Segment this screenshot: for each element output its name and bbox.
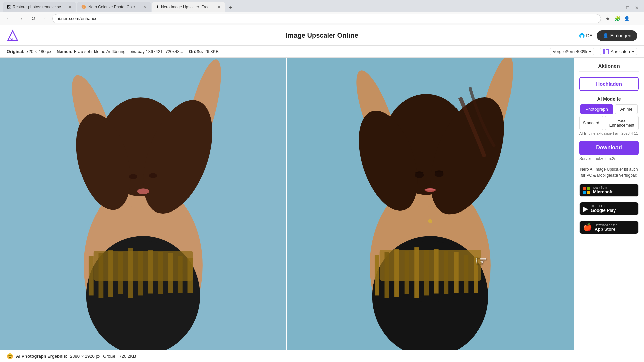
tab-3-close[interactable]: ✕ xyxy=(217,4,221,10)
language-button[interactable]: 🌐 DE xyxy=(579,33,592,38)
tab-2-title: Nero Colorize Photo–Colorize Yo... xyxy=(88,5,140,9)
name-value: Frau sehr kleine Auflösung - pixabay 186… xyxy=(74,49,183,54)
svg-point-11 xyxy=(149,173,157,178)
sidebar: Aktionen Hochladen AI Modelle Photograph… xyxy=(574,58,644,350)
split-view-icon xyxy=(603,49,609,54)
ai-models-title: AI Modelle xyxy=(579,96,639,102)
standard-button[interactable]: Standard xyxy=(579,116,603,130)
tab-1-close[interactable]: ✕ xyxy=(68,4,72,10)
google-play-large-text: Google Play xyxy=(591,208,616,213)
app-store-small-text: Download on the xyxy=(595,223,618,227)
zoom-control[interactable]: Vergrößern 400% ▾ xyxy=(550,48,594,55)
maximize-button[interactable]: □ xyxy=(623,3,632,12)
tab-2[interactable]: 🎨 Nero Colorize Photo–Colorize Yo... ✕ xyxy=(77,2,151,12)
tab-2-favicon: 🎨 xyxy=(81,5,86,9)
bookmark-icon[interactable]: ★ xyxy=(604,15,612,23)
size-value: 26.3KB xyxy=(204,49,219,54)
extensions-icon[interactable]: 🧩 xyxy=(613,15,621,23)
app-availability-section: Nero AI Image Upscaler ist auch für PC &… xyxy=(579,166,639,178)
photograph-model-button[interactable]: Photograph xyxy=(580,104,613,114)
settings-icon[interactable]: ⋮ xyxy=(632,15,640,23)
svg-rect-41 xyxy=(375,255,379,295)
tab-1[interactable]: 🖼 Restore photos: remove scratc... ✕ xyxy=(3,2,76,12)
app-store-button[interactable]: 🍎 Download on the App Store xyxy=(579,221,639,234)
svg-rect-17 xyxy=(98,253,103,298)
app-header: AI Image Upscaler Online 🌐 DE 👤 Einlogge… xyxy=(0,25,644,46)
svg-rect-23 xyxy=(158,252,163,294)
svg-rect-44 xyxy=(405,251,409,294)
status-size-value: 720.2KB xyxy=(119,354,136,359)
model-buttons-group: Photograph Anime xyxy=(579,104,639,114)
google-play-button[interactable]: ▶ GET IT ON Google Play xyxy=(579,202,639,215)
size-info: Größe: 26.3KB xyxy=(189,49,219,54)
original-value: 720 × 480 px xyxy=(26,49,51,54)
navigation-bar: ← → ↻ ⌂ ai.nero.com/enhance ★ 🧩 👤 ⋮ xyxy=(0,12,644,25)
svg-marker-0 xyxy=(8,31,18,40)
view-label: Ansichten xyxy=(611,49,630,54)
google-play-small-text: GET IT ON xyxy=(591,204,616,208)
app-store-text: Download on the App Store xyxy=(595,223,618,232)
download-button[interactable]: Download xyxy=(579,141,639,155)
microsoft-store-small-text: Get it from xyxy=(593,186,613,189)
forward-button[interactable]: → xyxy=(16,14,25,23)
upload-button[interactable]: Hochladen xyxy=(579,77,639,91)
svg-rect-46 xyxy=(424,250,429,295)
image-split-view: ☞ xyxy=(0,58,574,350)
original-info: Original: 720 × 480 px xyxy=(7,49,51,54)
upscaled-image-svg: ☞ xyxy=(287,58,574,350)
upscaled-image-panel: ☞ xyxy=(287,58,574,350)
face-enhancement-button[interactable]: Face Enhancement xyxy=(605,116,639,130)
availability-text: Nero AI Image Upscaler ist auch für PC &… xyxy=(579,166,639,178)
tab-3-favicon: ⬆ xyxy=(156,5,159,9)
ai-engine-text: AI-Engine aktualisiert am 2023-4-11 xyxy=(579,131,639,135)
svg-text:☞: ☞ xyxy=(475,253,487,269)
anime-model-button[interactable]: Anime xyxy=(615,104,638,114)
svg-point-12 xyxy=(137,188,149,194)
original-image-svg xyxy=(0,58,286,350)
app-store-large-text: App Store xyxy=(595,227,618,232)
svg-rect-25 xyxy=(178,256,183,293)
svg-rect-21 xyxy=(138,251,143,295)
apple-icon: 🍎 xyxy=(583,223,592,232)
google-play-icon: ▶ xyxy=(583,205,588,213)
info-bar: Original: 720 × 480 px Namen: Frau sehr … xyxy=(0,46,644,58)
lang-label: DE xyxy=(586,33,592,38)
svg-rect-20 xyxy=(128,248,133,298)
tab-1-title: Restore photos: remove scratc... xyxy=(13,5,66,9)
microsoft-icon xyxy=(583,187,590,194)
svg-rect-24 xyxy=(168,253,173,293)
globe-icon: 🌐 xyxy=(579,33,585,38)
microsoft-store-text: Get it from Microsoft xyxy=(593,186,613,194)
header-right: 🌐 DE 👤 Einloggen xyxy=(579,30,637,41)
svg-rect-22 xyxy=(148,250,153,293)
microsoft-store-large-text: Microsoft xyxy=(593,189,613,194)
tab-3[interactable]: ⬆ Nero Image Upscaler–Free Phot... ✕ xyxy=(152,2,225,12)
new-tab-button[interactable]: + xyxy=(226,3,235,12)
aktionen-title: Aktionen xyxy=(579,63,639,72)
svg-rect-42 xyxy=(385,252,389,298)
svg-rect-45 xyxy=(414,247,419,298)
app-logo: AI xyxy=(7,29,19,42)
view-control[interactable]: Ansichten ▾ xyxy=(600,48,637,55)
tab-2-close[interactable]: ✕ xyxy=(142,4,147,10)
address-bar[interactable]: ai.nero.com/enhance xyxy=(52,14,601,23)
enhancement-buttons-group: Standard Face Enhancement xyxy=(579,116,639,130)
reload-button[interactable]: ↻ xyxy=(28,14,38,23)
svg-text:AI: AI xyxy=(10,37,13,40)
home-button[interactable]: ⌂ xyxy=(40,14,50,23)
size-label: Größe: xyxy=(189,49,203,54)
login-button[interactable]: 👤 Einloggen xyxy=(597,30,637,41)
svg-point-10 xyxy=(129,174,137,179)
close-window-button[interactable]: ✕ xyxy=(633,3,641,12)
microsoft-store-button[interactable]: Get it from Microsoft xyxy=(579,184,639,197)
svg-rect-47 xyxy=(434,249,438,293)
page-title: Image Upscaler Online xyxy=(286,32,358,39)
original-label: Original: xyxy=(7,49,24,54)
minimize-button[interactable]: ─ xyxy=(614,3,623,12)
server-time: Server-Laufzeit: 5.2s xyxy=(579,156,639,161)
status-size-label: Größe: xyxy=(103,354,116,359)
profile-icon[interactable]: 👤 xyxy=(623,15,631,23)
svg-rect-48 xyxy=(444,251,448,294)
name-label: Namen: xyxy=(57,49,73,54)
back-button[interactable]: ← xyxy=(4,14,13,23)
